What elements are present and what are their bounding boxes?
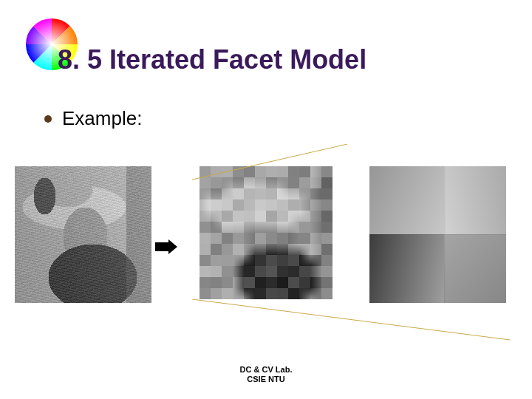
footer-lab: DC & CV Lab. — [0, 365, 532, 375]
bullet-text: Example: — [62, 107, 142, 130]
bullet-item: Example: — [44, 107, 142, 130]
svg-line-2 — [192, 299, 510, 340]
footer: DC & CV Lab. CSIE NTU — [0, 365, 532, 384]
example-images-row — [15, 166, 517, 307]
arrow-right-icon — [155, 236, 177, 259]
footer-dept: CSIE NTU — [0, 375, 532, 384]
slide-title: 8. 5 Iterated Facet Model — [58, 44, 366, 75]
example-image-original — [15, 166, 151, 303]
example-image-facet-coarse — [369, 166, 506, 303]
example-image-facet-medium — [200, 166, 332, 299]
bullet-dot-icon — [44, 115, 52, 123]
